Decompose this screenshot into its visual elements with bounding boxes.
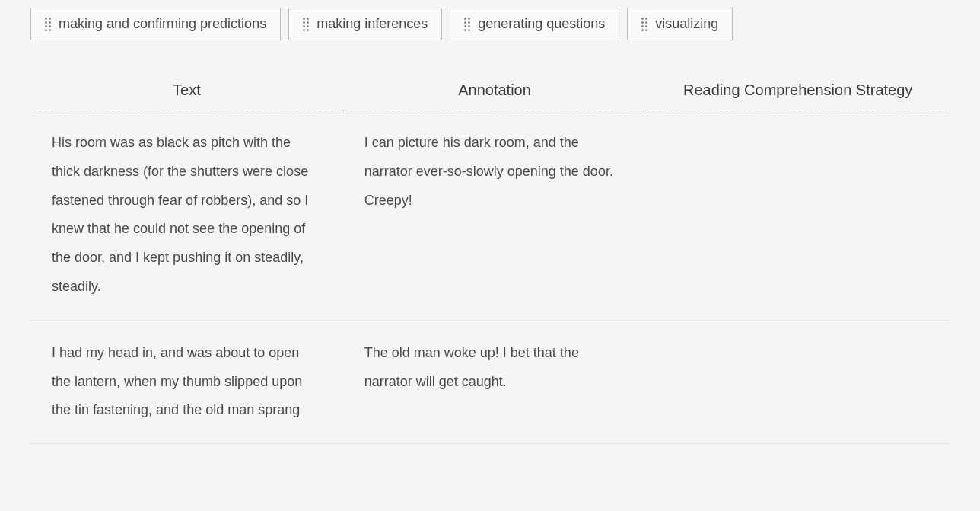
draggable-option-predictions[interactable]: making and confirming predictions bbox=[30, 8, 281, 40]
grip-icon bbox=[303, 18, 309, 31]
cell-strategy-dropzone[interactable] bbox=[646, 110, 950, 321]
draggable-options-row: making and confirming predictions making… bbox=[30, 8, 950, 40]
draggable-label: making inferences bbox=[317, 16, 428, 32]
cell-annotation: The old man woke up! I bet that the narr… bbox=[343, 320, 647, 443]
draggable-label: visualizing bbox=[655, 16, 718, 32]
draggable-label: making and confirming predictions bbox=[59, 16, 266, 32]
table-header-text: Text bbox=[30, 71, 343, 110]
table-row: His room was as black as pitch with the … bbox=[30, 110, 950, 321]
draggable-option-inferences[interactable]: making inferences bbox=[288, 8, 442, 40]
cell-text: I had my head in, and was about to open … bbox=[30, 320, 343, 443]
draggable-option-questions[interactable]: generating questions bbox=[450, 8, 619, 40]
grip-icon bbox=[641, 18, 648, 31]
draggable-label: generating questions bbox=[478, 16, 605, 32]
table-row: I had my head in, and was about to open … bbox=[30, 320, 950, 443]
comprehension-table: Text Annotation Reading Comprehension St… bbox=[30, 71, 950, 444]
table-header-annotation: Annotation bbox=[343, 71, 647, 110]
cell-strategy-dropzone[interactable] bbox=[646, 320, 950, 443]
cell-annotation: I can picture his dark room, and the nar… bbox=[343, 110, 647, 321]
cell-text: His room was as black as pitch with the … bbox=[30, 110, 343, 321]
table-header-strategy: Reading Comprehension Strategy bbox=[646, 71, 950, 110]
grip-icon bbox=[464, 18, 470, 31]
draggable-option-visualizing[interactable]: visualizing bbox=[627, 8, 733, 40]
grip-icon bbox=[45, 18, 51, 31]
